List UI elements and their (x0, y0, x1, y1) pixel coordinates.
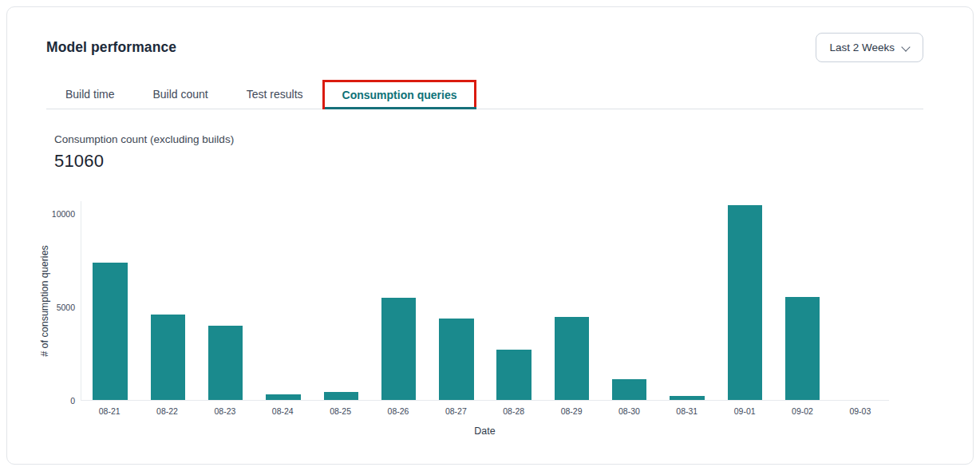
x-tick-label: 08-26 (369, 406, 427, 416)
plot-column: 08-2108-2208-2308-2408-2508-2608-2708-28… (81, 201, 889, 437)
tab-test-results[interactable]: Test results (227, 80, 322, 109)
bar-slot (255, 201, 312, 400)
bar-08-24[interactable] (266, 394, 300, 400)
metric-label: Consumption count (excluding builds) (54, 133, 973, 145)
bar-08-30[interactable] (612, 379, 646, 400)
bar-slot (369, 201, 427, 400)
bar-slot (485, 201, 543, 400)
bar-slot (197, 201, 255, 400)
x-tick-label: 08-29 (543, 406, 600, 416)
bar-08-21[interactable] (93, 263, 127, 400)
model-performance-card: Model performance Last 2 Weeks Build tim… (6, 6, 974, 465)
y-tick-label: 0 (70, 396, 75, 406)
bar-slot (81, 201, 139, 400)
x-axis-ticks: 08-2108-2208-2308-2408-2508-2608-2708-28… (81, 406, 889, 416)
x-tick-label: 08-24 (254, 406, 311, 416)
bar-slot (601, 201, 658, 400)
y-axis-title: # of consumption queries (36, 201, 53, 401)
tab-build-time[interactable]: Build time (46, 80, 133, 109)
x-tick-label: 08-25 (311, 406, 369, 416)
page-title: Model performance (46, 33, 176, 56)
x-tick-label: 09-01 (716, 406, 773, 416)
x-tick-label: 09-02 (773, 406, 831, 416)
x-tick-label: 09-03 (832, 406, 889, 416)
bar-slot (832, 201, 889, 400)
bar-08-29[interactable] (555, 317, 589, 400)
x-tick-label: 08-22 (138, 406, 196, 416)
chevron-down-icon (903, 42, 910, 49)
x-tick-label: 08-30 (600, 406, 658, 416)
tab-label: Test results (247, 88, 303, 101)
bar-08-23[interactable] (208, 326, 243, 400)
date-range-value: Last 2 Weeks (829, 42, 895, 53)
tab-build-count[interactable]: Build count (133, 80, 227, 109)
bar-08-27[interactable] (439, 319, 473, 400)
tab-bar: Build time Build count Test results Cons… (46, 80, 923, 109)
x-tick-label: 08-27 (427, 406, 484, 416)
bar-slot (428, 201, 485, 400)
plot-area (81, 201, 889, 401)
bar-slot (139, 201, 196, 400)
bar-slot (312, 201, 369, 400)
bar-08-26[interactable] (381, 298, 416, 400)
x-tick-label: 08-31 (658, 406, 716, 416)
x-axis-title: Date (81, 425, 889, 437)
x-tick-label: 08-21 (81, 406, 138, 416)
bar-08-22[interactable] (151, 315, 185, 400)
bar-09-02[interactable] (785, 297, 820, 400)
metric-block: Consumption count (excluding builds) 510… (7, 109, 973, 172)
bar-08-25[interactable] (324, 392, 358, 400)
tab-label: Build count (152, 88, 207, 101)
tab-label: Build time (65, 88, 114, 101)
bar-slot (716, 201, 773, 400)
bar-09-01[interactable] (728, 205, 762, 400)
y-tick-label: 5000 (57, 303, 75, 312)
header: Model performance Last 2 Weeks (7, 7, 973, 62)
bar-slot (773, 201, 831, 400)
y-tick-label: 10000 (52, 209, 75, 219)
consumption-queries-chart: # of consumption queries 0500010000 08-2… (36, 201, 889, 437)
bar-08-31[interactable] (670, 396, 704, 400)
x-tick-label: 08-28 (485, 406, 543, 416)
x-tick-label: 08-23 (196, 406, 254, 416)
metric-value: 51060 (54, 151, 973, 172)
bar-slot (658, 201, 716, 400)
tab-label: Consumption queries (342, 89, 457, 101)
bar-08-28[interactable] (496, 350, 531, 400)
y-axis-ticks: 0500010000 (53, 201, 81, 401)
tab-consumption-queries[interactable]: Consumption queries (322, 80, 477, 109)
bar-slot (543, 201, 600, 400)
date-range-dropdown[interactable]: Last 2 Weeks (816, 33, 923, 62)
active-tab-underline (325, 107, 477, 109)
